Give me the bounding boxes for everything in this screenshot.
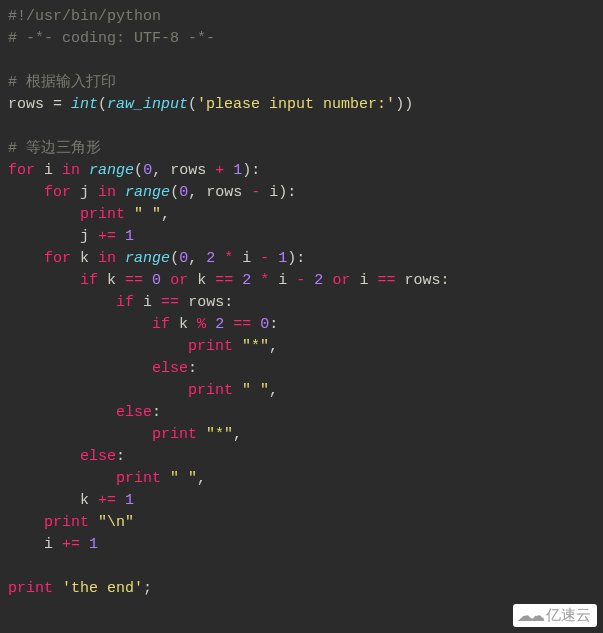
code-line: for k in range(0, 2 * i - 1):	[8, 250, 305, 267]
code-line: if k % 2 == 0:	[8, 316, 278, 333]
watermark-text: 亿速云	[546, 606, 591, 625]
code-line: if i == rows:	[8, 294, 233, 311]
code-line: i += 1	[8, 536, 98, 553]
code-line: for i in range(0, rows + 1):	[8, 162, 260, 179]
cloud-icon: ☁☁	[517, 606, 541, 625]
code-line: print " ",	[8, 382, 278, 399]
code-line: print "\n"	[8, 514, 134, 531]
code-line: else:	[8, 360, 197, 377]
watermark-badge: ☁☁ 亿速云	[513, 604, 597, 627]
code-line: print "*",	[8, 426, 242, 443]
code-line: print "*",	[8, 338, 278, 355]
comment-input: # 根据输入打印	[8, 74, 116, 91]
code-line: for j in range(0, rows - i):	[8, 184, 296, 201]
code-line: else:	[8, 404, 161, 421]
code-line: print " ",	[8, 206, 170, 223]
comment-triangle: # 等边三角形	[8, 140, 101, 157]
coding-line: # -*- coding: UTF-8 -*-	[8, 30, 215, 47]
shebang-line: #!/usr/bin/python	[8, 8, 161, 25]
code-line: rows = int(raw_input('please input numbe…	[8, 96, 413, 113]
code-line: j += 1	[8, 228, 134, 245]
code-line: print " ",	[8, 470, 206, 487]
code-line: if k == 0 or k == 2 * i - 2 or i == rows…	[8, 272, 450, 289]
code-line: k += 1	[8, 492, 134, 509]
code-block: #!/usr/bin/python # -*- coding: UTF-8 -*…	[0, 0, 603, 606]
code-line: else:	[8, 448, 125, 465]
code-line: print 'the end';	[8, 580, 152, 597]
